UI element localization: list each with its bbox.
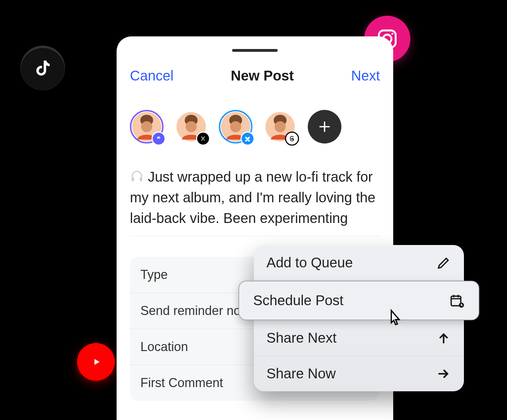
page-title: New Post bbox=[231, 68, 294, 84]
add-account-button[interactable] bbox=[308, 110, 341, 144]
pencil-icon bbox=[436, 255, 451, 271]
next-button[interactable]: Next bbox=[351, 68, 380, 84]
calendar-icon bbox=[449, 293, 465, 308]
arrow-right-icon bbox=[436, 366, 451, 382]
row-label: Location bbox=[140, 340, 188, 354]
svg-point-10 bbox=[275, 121, 286, 132]
schedule-action-menu: Add to Queue Schedule Post Share Next Sh… bbox=[254, 245, 464, 391]
svg-point-8 bbox=[230, 121, 241, 132]
menu-item-label: Share Next bbox=[266, 330, 336, 346]
svg-rect-11 bbox=[132, 177, 134, 181]
compose-text-content: Just wrapped up a new lo-fi track for my… bbox=[130, 169, 375, 226]
menu-item-label: Schedule Post bbox=[253, 293, 343, 308]
row-label: Type bbox=[140, 267, 168, 282]
compose-text[interactable]: Just wrapped up a new lo-fi track for my… bbox=[130, 167, 380, 229]
menu-schedule-post[interactable]: Schedule Post bbox=[238, 281, 479, 320]
row-label: First Comment bbox=[140, 376, 223, 390]
divider bbox=[130, 236, 380, 236]
cancel-button[interactable]: Cancel bbox=[130, 68, 174, 84]
menu-share-now[interactable]: Share Now bbox=[254, 356, 464, 391]
account-mastodon[interactable] bbox=[130, 110, 164, 144]
youtube-icon bbox=[77, 343, 115, 381]
threads-icon bbox=[285, 132, 299, 146]
menu-share-next[interactable]: Share Next bbox=[254, 320, 464, 356]
account-bluesky[interactable] bbox=[219, 110, 252, 144]
menu-item-label: Add to Queue bbox=[266, 255, 353, 271]
svg-point-2 bbox=[391, 33, 393, 35]
menu-add-to-queue[interactable]: Add to Queue bbox=[254, 245, 464, 281]
account-x[interactable] bbox=[174, 110, 208, 144]
svg-point-6 bbox=[186, 121, 197, 132]
sheet-grab-handle[interactable] bbox=[232, 49, 278, 52]
menu-item-label: Share Now bbox=[266, 366, 336, 382]
headphones-icon bbox=[130, 168, 144, 182]
svg-rect-12 bbox=[140, 177, 142, 181]
mastodon-icon bbox=[152, 132, 166, 146]
account-threads[interactable] bbox=[263, 110, 297, 144]
svg-point-4 bbox=[141, 121, 152, 132]
tiktok-icon bbox=[20, 46, 65, 90]
x-icon bbox=[196, 132, 210, 146]
bluesky-icon bbox=[241, 132, 255, 146]
arrow-up-icon bbox=[436, 330, 451, 346]
account-selector bbox=[130, 110, 341, 144]
